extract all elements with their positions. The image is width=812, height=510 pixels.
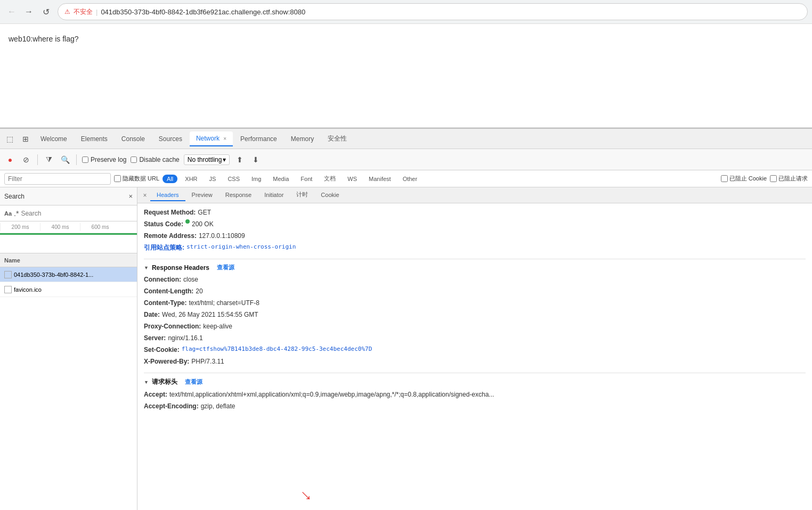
filter-type-other[interactable]: Other (399, 175, 422, 183)
blocked-requests-input[interactable] (770, 175, 777, 182)
tab-network[interactable]: Network × (190, 131, 233, 146)
request-method-item: Request Method: GET (144, 208, 806, 217)
filter-type-css[interactable]: CSS (223, 175, 244, 183)
accept-encoding-value: gzip, deflate (201, 401, 236, 411)
tab-performance[interactable]: Performance (234, 132, 283, 146)
throttle-select[interactable]: No throttling ▾ (184, 154, 230, 165)
timeline-bars (0, 233, 137, 253)
network-row-main[interactable]: 041db350-373b-4bf0-8842-1... (0, 267, 137, 282)
tab-network-close[interactable]: × (223, 136, 226, 142)
server-value: nginx/1.16.1 (168, 333, 202, 343)
throttle-chevron-icon: ▾ (223, 156, 226, 163)
hide-data-url-checkbox[interactable]: 隐藏数据 URL (114, 175, 159, 183)
blocked-requests-checkbox[interactable]: 已阻止请求 (770, 175, 808, 183)
record-button[interactable]: ● (4, 154, 16, 166)
tab-console[interactable]: Console (115, 132, 151, 146)
filter-type-ws[interactable]: WS (343, 175, 361, 183)
date-key: Date: (144, 310, 160, 319)
connection-item: Connection: close (144, 275, 806, 284)
preserve-log-checkbox[interactable]: Preserve log (82, 156, 126, 163)
stop-recording-button[interactable]: ⊘ (20, 154, 32, 166)
x-powered-by-key: X-Powered-By: (144, 357, 189, 366)
request-headers-section: 请求标头 查看源 Accept: text/html,application/x… (144, 377, 806, 411)
tab-memory[interactable]: Memory (285, 132, 320, 146)
accept-encoding-item: Accept-Encoding: gzip, deflate (144, 401, 806, 411)
general-section: Request Method: GET Status Code: 200 OK … (144, 208, 806, 252)
devtools-toolbar: ● ⊘ ⧩ 🔍 Preserve log Disable cache No th… (0, 149, 812, 170)
request-headers-view-source[interactable]: 查看源 (185, 378, 202, 386)
browser-chrome: ← → ↺ ⚠ 不安全 | 041db350-373b-4bf0-8842-1d… (0, 0, 812, 24)
back-button[interactable]: ← (4, 4, 19, 19)
headers-panel: Request Method: GET Status Code: 200 OK … (137, 203, 812, 510)
aa-button[interactable]: Aa (4, 210, 12, 217)
referrer-policy-value: strict-origin-when-cross-origin (186, 243, 296, 252)
sidebar-search-input[interactable] (21, 210, 133, 217)
tab-elements[interactable]: Elements (75, 132, 114, 146)
proxy-connection-key: Proxy-Connection: (144, 322, 201, 331)
hide-data-url-input[interactable] (114, 175, 121, 182)
remote-address-value: 127.0.0.1:10809 (199, 231, 245, 241)
address-bar[interactable]: ⚠ 不安全 | 041db350-373b-4bf0-8842-1db3f6e9… (58, 3, 808, 20)
regex-button[interactable]: .* (14, 209, 19, 218)
upload-icon[interactable]: ⬆ (234, 154, 246, 166)
response-headers-title[interactable]: Response Headers 查看源 (144, 264, 806, 272)
download-icon[interactable]: ⬇ (250, 154, 262, 166)
timeline-area: 200 ms 400 ms 600 ms (0, 221, 137, 253)
right-tab-response[interactable]: Response (219, 190, 258, 201)
proxy-connection-item: Proxy-Connection: keep-alive (144, 322, 806, 331)
right-panel-close[interactable]: × (140, 190, 150, 201)
set-cookie-value: flag=ctfshow%7B141b3de8-dbc4-4282-99c5-3… (182, 345, 372, 355)
blocked-cookies-checkbox[interactable]: 已阻止 Cookie (721, 175, 767, 183)
filter-type-font[interactable]: Font (296, 175, 316, 183)
sidebar-search-header: Search × (0, 187, 137, 205)
filter-type-img[interactable]: Img (247, 175, 265, 183)
forward-button[interactable]: → (21, 4, 36, 19)
disable-cache-input[interactable] (131, 157, 137, 163)
content-type-value: text/html; charset=UTF-8 (189, 298, 259, 308)
filter-input[interactable] (4, 173, 111, 185)
timeline-ruler: 200 ms 400 ms 600 ms (0, 221, 137, 233)
sidebar-search-bar: Aa .* (0, 205, 137, 221)
name-column-header: Name (4, 257, 116, 264)
preserve-log-input[interactable] (82, 157, 88, 163)
filter-type-xhr[interactable]: XHR (181, 175, 201, 183)
network-row-favicon[interactable]: favicon.ico (0, 282, 137, 297)
row-favicon-icon (4, 286, 12, 293)
tab-sources[interactable]: Sources (152, 132, 189, 146)
right-tab-preview[interactable]: Preview (185, 190, 219, 201)
right-tab-cookie[interactable]: Cookie (314, 190, 345, 201)
response-headers-view-source[interactable]: 查看源 (217, 264, 234, 272)
address-text: 041db350-373b-4bf0-8842-1db3f6e921ac.cha… (101, 8, 305, 16)
request-headers-title[interactable]: 请求标头 查看源 (144, 377, 806, 386)
accept-encoding-key: Accept-Encoding: (144, 401, 199, 411)
filter-type-media[interactable]: Media (269, 175, 293, 183)
refresh-button[interactable]: ↺ (38, 4, 53, 19)
filter-type-manifest[interactable]: Manifest (364, 175, 395, 183)
filter-icon[interactable]: ⧩ (43, 154, 55, 166)
devtools: ⬚ ⊞ Welcome Elements Console Sources Net… (0, 128, 812, 510)
sidebar-search-close[interactable]: × (128, 192, 133, 200)
x-powered-by-item: X-Powered-By: PHP/7.3.11 (144, 357, 806, 366)
filter-type-js[interactable]: JS (205, 175, 221, 183)
tab-security[interactable]: 安全性 (321, 131, 353, 146)
inspect-element-icon[interactable]: ⬚ (2, 131, 17, 146)
filter-bar: 隐藏数据 URL All XHR JS CSS Img Media Font 文… (0, 170, 812, 187)
tick-200: 200 ms (0, 223, 40, 231)
right-tab-timing[interactable]: 计时 (290, 188, 314, 202)
blocked-cookies-input[interactable] (721, 175, 728, 182)
request-method-value: GET (198, 208, 211, 217)
right-tab-headers[interactable]: Headers (150, 190, 185, 201)
tick-600: 600 ms (80, 223, 120, 231)
server-item: Server: nginx/1.16.1 (144, 333, 806, 343)
filter-type-all[interactable]: All (163, 175, 177, 183)
date-item: Date: Wed, 26 May 2021 15:54:55 GMT (144, 310, 806, 319)
filter-type-doc[interactable]: 文档 (320, 174, 340, 184)
right-tab-initiator[interactable]: Initiator (258, 190, 290, 201)
content-length-value: 20 (196, 286, 202, 296)
tab-welcome[interactable]: Welcome (34, 132, 74, 146)
disable-cache-checkbox[interactable]: Disable cache (131, 156, 179, 163)
device-toggle-icon[interactable]: ⊞ (18, 131, 33, 146)
nav-buttons: ← → ↺ (4, 4, 53, 19)
search-icon[interactable]: 🔍 (59, 154, 71, 166)
proxy-connection-value: keep-alive (203, 322, 232, 331)
